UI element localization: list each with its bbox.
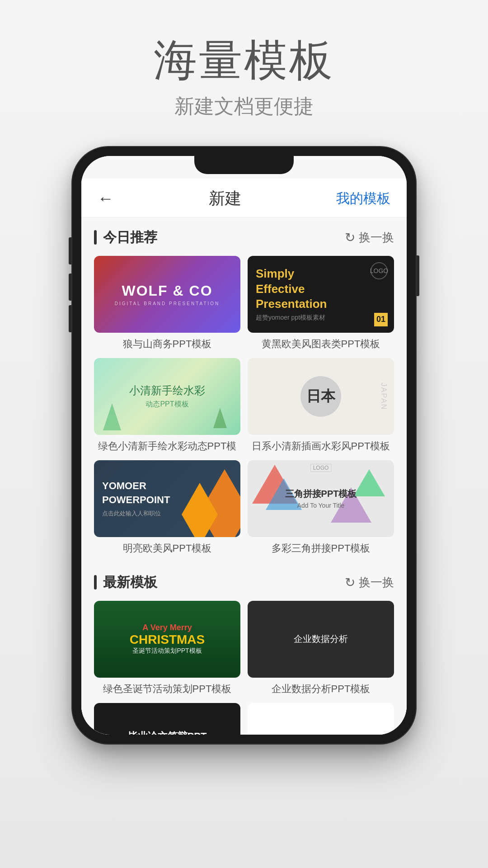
japan-circle: 日本 [300, 376, 341, 417]
japan-template-thumb[interactable]: 日本 JAPAN [248, 358, 394, 435]
water-template-thumb[interactable]: 小清新手绘水彩 动态PPT模板 [94, 358, 240, 435]
xmas-main: CHRISTMAS [130, 632, 205, 647]
christmas-template-thumb[interactable]: A Very Merry CHRISTMAS 圣诞节活动策划PPT模板 [94, 601, 240, 678]
list-item[interactable]: A Very Merry CHRISTMAS 圣诞节活动策划PPT模板 绿色圣诞… [94, 601, 240, 696]
phone-frame: ← 新建 我的模板 今日推荐 ↻ 换一换 [72, 147, 416, 744]
list-item[interactable]: 教师说课动态PPT 教学讲课动态PPT [248, 703, 394, 735]
simply-logo: LOGO [371, 262, 388, 279]
xmas-title: A Very Merry [142, 623, 192, 632]
list-item[interactable]: 日本 JAPAN 日系小清新插画水彩风PPT模板 [248, 358, 394, 453]
water-label: 绿色小清新手绘水彩动态PPT模 [94, 439, 240, 453]
christmas-label: 绿色圣诞节活动策划PPT模板 [94, 682, 240, 696]
list-item[interactable]: YOMOERPOWERPOINT 点击此处输入人和职位 明亮欧美风PPT模板 [94, 460, 240, 555]
yomoer-subtitle: 点击此处输入人和职位 [102, 509, 232, 518]
deco-tree2 [213, 408, 227, 428]
xmas-sub: 圣诞节活动策划PPT模板 [132, 647, 202, 655]
teacher-template-thumb[interactable]: 教师说课动态PPT [248, 703, 394, 735]
phone-mockup: ← 新建 我的模板 今日推荐 ↻ 换一换 [72, 147, 416, 744]
simply-subtitle: 超赞yomoer ppt模板素材 [256, 314, 386, 322]
triangle-label: 多彩三角拼接PPT模板 [248, 542, 394, 555]
japan-text: JAPAN [380, 382, 388, 410]
deco-tree1 [103, 403, 121, 430]
japan-label: 日系小清新插画水彩风PPT模板 [248, 439, 394, 453]
list-item[interactable]: 毕业论文答辩PPT 黑板风格工业设计 黑板风格工业设计毕业论文答... [94, 703, 240, 735]
screen-title: 新建 [209, 188, 241, 210]
latest-refresh-button[interactable]: ↻ 换一换 [345, 575, 394, 590]
section-header-today: 今日推荐 ↻ 换一换 [94, 228, 394, 247]
biz-label: 企业数据分析PPT模板 [248, 682, 394, 696]
today-recommended-section: 今日推荐 ↻ 换一换 WOLF & CO DIGITAL [81, 217, 407, 555]
notch [194, 156, 294, 174]
section-header-latest: 最新模板 ↻ 换一换 [94, 573, 394, 592]
back-button[interactable]: ← [98, 189, 114, 208]
triangle-sub: Add To Your Title [297, 502, 345, 509]
today-refresh-label: 换一换 [359, 230, 394, 245]
refresh-icon-latest: ↻ [345, 575, 355, 590]
wolf-label: 狼与山商务PPT模板 [94, 337, 240, 351]
simply-num: 01 [374, 313, 388, 326]
phone-screen: ← 新建 我的模板 今日推荐 ↻ 换一换 [81, 156, 407, 735]
page-main-title: 海量模板 [154, 36, 334, 84]
yomoer-label: 明亮欧美风PPT模板 [94, 542, 240, 555]
list-item[interactable]: LOGO 三角拼接PPT模板 Add To Your Title 多彩三角拼接P… [248, 460, 394, 555]
my-templates-link[interactable]: 我的模板 [336, 189, 390, 208]
page-header: 海量模板 新建文档更便捷 [154, 0, 334, 147]
wolf-template-thumb[interactable]: WOLF & CO DIGITAL BRAND PRESENTATION [94, 256, 240, 333]
logo-badge: LOGO [310, 464, 332, 472]
triangle-title: 三角拼接PPT模板 [285, 488, 357, 500]
simply-template-thumb[interactable]: LOGO SimplyEffectivePresentation 超赞yomoe… [248, 256, 394, 333]
thesis-title: 毕业论文答辩PPT [128, 730, 207, 735]
latest-template-grid: A Very Merry CHRISTMAS 圣诞节活动策划PPT模板 绿色圣诞… [94, 601, 394, 735]
biz-template-thumb[interactable]: 企业数据分析 [248, 601, 394, 678]
wolf-title: WOLF & CO [115, 282, 220, 299]
today-template-grid: WOLF & CO DIGITAL BRAND PRESENTATION 狼与山… [94, 256, 394, 555]
biz-title: 企业数据分析 [294, 633, 348, 645]
yomoer-template-thumb[interactable]: YOMOERPOWERPOINT 点击此处输入人和职位 [94, 460, 240, 537]
page-sub-title: 新建文档更便捷 [154, 93, 334, 120]
list-item[interactable]: WOLF & CO DIGITAL BRAND PRESENTATION 狼与山… [94, 256, 240, 351]
simply-label: 黄黑欧美风图表类PPT模板 [248, 337, 394, 351]
list-item[interactable]: 小清新手绘水彩 动态PPT模板 绿色小清新手绘水彩动态PPT模 [94, 358, 240, 453]
refresh-icon: ↻ [345, 230, 355, 245]
latest-section-title: 最新模板 [94, 573, 157, 592]
water-title: 小清新手绘水彩 [129, 383, 205, 398]
latest-refresh-label: 换一换 [359, 575, 394, 590]
list-item[interactable]: LOGO SimplyEffectivePresentation 超赞yomoe… [248, 256, 394, 351]
list-item[interactable]: 企业数据分析 企业数据分析PPT模板 [248, 601, 394, 696]
triangle-template-thumb[interactable]: LOGO 三角拼接PPT模板 Add To Your Title [248, 460, 394, 537]
latest-templates-section: 最新模板 ↻ 换一换 A Very Merry CHRISTMAS [81, 562, 407, 735]
wolf-subtitle: DIGITAL BRAND PRESENTATION [115, 301, 220, 306]
yomoer-title: YOMOERPOWERPOINT [102, 479, 232, 507]
today-section-title: 今日推荐 [94, 228, 157, 247]
water-subtitle: 动态PPT模板 [145, 400, 188, 409]
screen-content: ← 新建 我的模板 今日推荐 ↻ 换一换 [81, 156, 407, 735]
today-refresh-button[interactable]: ↻ 换一换 [345, 230, 394, 245]
simply-title: SimplyEffectivePresentation [256, 266, 386, 312]
thesis-template-thumb[interactable]: 毕业论文答辩PPT 黑板风格工业设计 [94, 703, 240, 735]
app-bar: ← 新建 我的模板 [81, 179, 407, 217]
